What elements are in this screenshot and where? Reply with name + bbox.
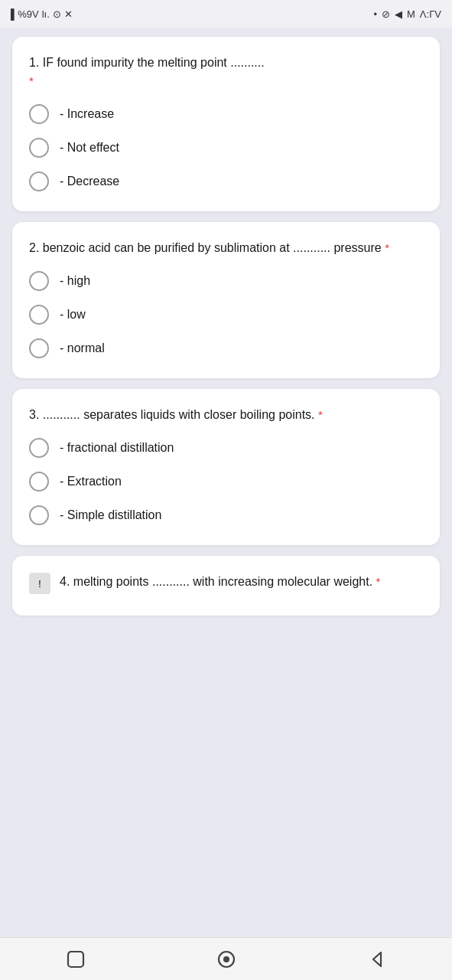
required-star-1: * [29,74,34,87]
option-q3-fractional[interactable]: - fractional distillation [29,438,423,458]
status-bar: ▌%9V lı. ⊙ ✕ • ⊘ ◀ M Λ:ΓV [0,0,452,28]
option-q3-extraction[interactable]: - Extraction [29,472,423,492]
option-q2-low[interactable]: - low [29,305,423,325]
svg-marker-3 [373,952,381,966]
status-left: ▌%9V lı. ⊙ ✕ [11,8,73,20]
nav-square-button[interactable] [57,944,95,975]
navigation-icon: ◀ [395,8,402,20]
question-card-3: 3. ........... separates liquids with cl… [12,389,440,545]
question-4-header: ! 4. melting points ........... with inc… [29,573,423,596]
required-star-3: * [318,408,323,421]
question-4-text: 4. melting points ........... with incre… [60,573,380,591]
option-q2-high[interactable]: - high [29,271,423,291]
required-star-4: * [376,575,381,588]
scroll-area: 1. IF found impurity the melting point .… [0,28,452,937]
nav-bar [0,937,452,980]
wifi-icon: ⊙ [53,8,61,20]
question-2-text: 2. benzoic acid can be purified by subli… [29,239,423,257]
option-q3-fractional-label: - fractional distillation [60,441,174,455]
radio-q1-noteffect[interactable] [29,138,49,158]
back-icon [367,949,387,969]
question-card-2: 2. benzoic acid can be purified by subli… [12,222,440,378]
radio-q2-high[interactable] [29,271,49,291]
option-q2-high-label: - high [60,274,90,288]
options-list-3: - fractional distillation - Extraction -… [29,438,423,525]
option-q2-normal[interactable]: - normal [29,338,423,358]
option-q3-simple-label: - Simple distillation [60,508,161,522]
signal-icon: lı. [42,8,50,20]
radio-q3-simple[interactable] [29,505,49,525]
option-q1-decrease[interactable]: - Decrease [29,172,423,191]
nav-back-button[interactable] [358,944,396,975]
time-display: Λ:ΓV [420,8,441,20]
question-card-4: ! 4. melting points ........... with inc… [12,556,440,616]
radio-q3-extraction[interactable] [29,472,49,492]
options-list-1: - Increase - Not effect - Decrease [29,104,423,191]
question-3-text: 3. ........... separates liquids with cl… [29,406,423,424]
nav-circle-button[interactable] [207,944,246,975]
question-1-text: 1. IF found impurity the melting point .… [29,54,423,90]
svg-rect-0 [68,952,83,967]
option-q1-increase-label: - Increase [60,107,114,121]
option-q3-simple[interactable]: - Simple distillation [29,505,423,525]
option-q1-increase[interactable]: - Increase [29,104,423,124]
options-list-2: - high - low - normal [29,271,423,358]
svg-point-2 [223,956,229,962]
option-q2-normal-label: - normal [60,341,105,355]
circle-icon [216,949,236,969]
radio-q2-low[interactable] [29,305,49,325]
option-q1-noteffect[interactable]: - Not effect [29,138,423,158]
radio-q1-decrease[interactable] [29,172,49,191]
dot-indicator: • [373,8,377,20]
status-right: • ⊘ ◀ M Λ:ΓV [373,8,441,20]
battery-icon: ▌%9V [11,8,39,20]
radio-q3-fractional[interactable] [29,438,49,458]
mail-icon: M [407,8,415,20]
location-icon: ⊘ [382,8,390,20]
square-icon [66,949,86,969]
required-star-2: * [385,241,389,254]
mute-icon: ✕ [64,8,73,20]
feedback-icon[interactable]: ! [29,573,50,594]
option-q3-extraction-label: - Extraction [60,475,122,488]
radio-q2-normal[interactable] [29,338,49,358]
radio-q1-increase[interactable] [29,104,49,124]
option-q1-decrease-label: - Decrease [60,175,119,188]
option-q2-low-label: - low [60,308,86,322]
option-q1-noteffect-label: - Not effect [60,141,119,155]
question-card-1: 1. IF found impurity the melting point .… [12,37,440,211]
